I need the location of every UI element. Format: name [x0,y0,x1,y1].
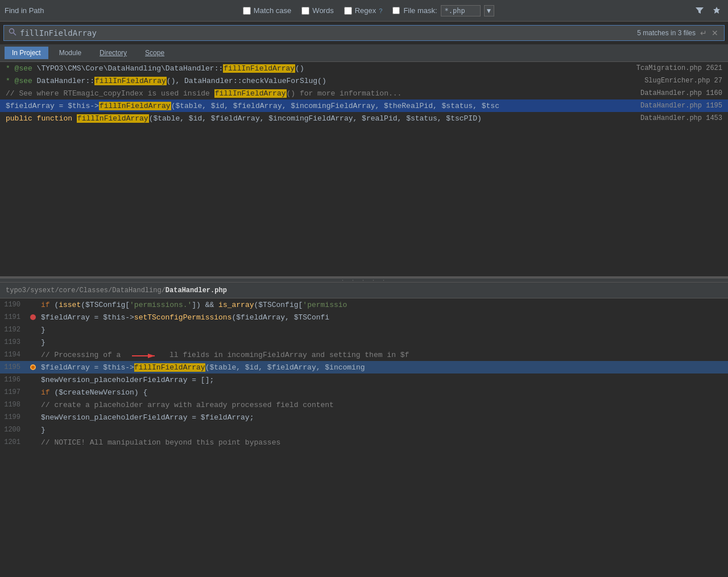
code-line-1200: 1200 } [0,424,728,436]
line-number: 1190 [0,301,27,309]
search-icon [9,28,16,38]
line-number: 1196 [0,376,27,384]
line-code: // Processing of a ll fields in incoming… [39,351,728,359]
line-number: 1200 [0,426,27,434]
search-bar: 5 matches in 3 files ↵ ✕ [3,25,725,41]
result-row-highlighted[interactable]: $fieldArray = $this->fillInFieldArray($t… [0,99,728,112]
regex-option[interactable]: Regex ? [344,6,383,15]
line-number: 1195 [0,363,27,371]
words-option[interactable]: Words [301,6,333,15]
toolbar-options: Match case Words Regex ? File mask: ▼ [53,5,684,16]
line-code: // create a placeholder array with alrea… [39,401,728,409]
code-line-1197: 1197 if ($createNewVersion) { [0,386,728,398]
result-file: DataHandler.php 1453 [597,114,722,122]
regex-help-icon[interactable]: ? [379,7,382,14]
results-area[interactable]: * @see \TYPO3\CMS\Core\DataHandling\Data… [0,62,728,278]
result-text: // See where RTEmagic_copyIndex is used … [6,89,597,98]
tab-in-project[interactable]: In Project [5,47,48,59]
scope-tabs: In Project Module Directory Scope [0,44,728,62]
line-code: $newVersion_placeholderFieldArray = []; [39,376,728,384]
line-number: 1198 [0,401,27,409]
code-line-1196: 1196 $newVersion_placeholderFieldArray =… [0,373,728,386]
code-line-1190: 1190 if (isset($TSConfig['permissions.']… [0,298,728,311]
divider-dots: · · · · · [341,277,387,284]
result-file: DataHandler.php 1195 [597,102,722,110]
code-line-1195: 1195 $fieldArray = $this->fillInFieldArr… [0,361,728,373]
tab-module[interactable]: Module [52,47,89,59]
line-number: 1197 [0,388,27,396]
filter-icon-button[interactable] [693,5,706,16]
code-area[interactable]: 1190 if (isset($TSConfig['permissions.']… [0,298,728,570]
line-code: if ($createNewVersion) { [39,388,728,397]
line-number: 1191 [0,313,27,321]
line-number: 1192 [0,326,27,334]
match-in-code: fillInFieldArray [134,363,205,372]
line-code: $newVersion_placeholderFieldArray = $fie… [39,413,728,422]
result-file: SlugEnricher.php 27 [597,77,722,85]
code-line-1191: 1191 $fieldArray = $this->setTSconfigPer… [0,311,728,323]
result-text: * @see DataHandler::fillInFieldArray(), … [6,77,597,85]
code-line-1194: 1194 // Processing of a ll fi [0,348,728,361]
match-highlight: fillInFieldArray [214,89,287,98]
result-file: DataHandler.php 1160 [597,89,722,97]
result-prefix-see: * @see [6,64,37,73]
find-in-path-toolbar: Find in Path Match case Words Regex ? Fi… [0,0,728,22]
line-code: // NOTICE! All manipulation beyond this … [39,438,728,447]
result-row[interactable]: * @see \TYPO3\CMS\Core\DataHandling\Data… [0,62,728,74]
file-mask-input[interactable] [441,5,481,16]
breadcrumb-path: typo3/sysext/core/Classes/DataHandling/ [6,287,166,294]
match-case-checkbox[interactable] [243,7,251,15]
breadcrumb-file: DataHandler.php [166,287,227,294]
file-mask-section: File mask: ▼ [392,5,494,16]
line-code: } [39,338,728,347]
line-number: 1193 [0,338,27,346]
match-highlight: fillInFieldArray [223,64,295,73]
result-prefix-see2: * @see [6,77,37,85]
resize-divider[interactable]: · · · · · [0,278,728,283]
search-input[interactable] [20,28,634,38]
toolbar-action-icons [693,5,723,16]
code-line-1192: 1192 } [0,323,728,336]
result-text: * @see \TYPO3\CMS\Core\DataHandling\Data… [6,64,597,73]
code-line-1198: 1198 // create a placeholder array with … [0,398,728,411]
result-row[interactable]: public function fillInFieldArray($table,… [0,112,728,124]
svg-point-0 [10,29,14,34]
code-line-1201: 1201 // NOTICE! All manipulation beyond … [0,436,728,449]
line-number: 1199 [0,413,27,421]
line-code: } [39,426,728,434]
file-mask-label: File mask: [403,6,437,15]
regex-checkbox[interactable] [344,7,352,15]
tab-directory[interactable]: Directory [92,47,134,59]
scope-tab-label: Scope [145,49,164,57]
svg-line-1 [14,33,16,36]
result-text: $fieldArray = $this->fillInFieldArray($t… [6,102,597,110]
search-action-icons: ↵ ✕ [699,28,719,38]
match-case-option[interactable]: Match case [243,6,291,15]
search-enter-button[interactable]: ↵ [699,28,708,38]
line-gutter [27,364,39,370]
file-mask-dropdown-button[interactable]: ▼ [484,5,494,16]
line-code: $fieldArray = $this->setTSconfigPermissi… [39,313,728,322]
search-clear-button[interactable]: ✕ [710,28,719,38]
tab-scope[interactable]: Scope [138,47,172,59]
search-results-summary: 5 matches in 3 files [637,29,696,37]
result-row[interactable]: // See where RTEmagic_copyIndex is used … [0,87,728,99]
file-breadcrumb: typo3/sysext/core/Classes/DataHandling/D… [0,283,728,298]
directory-tab-label: Directory [100,49,127,57]
toolbar-title: Find in Path [5,6,44,15]
line-number: 1194 [0,351,27,359]
line-number: 1201 [0,438,27,446]
pin-icon-button[interactable] [710,5,723,16]
code-line-1193: 1193 } [0,336,728,348]
words-label: Words [312,6,333,15]
match-highlight: fillInFieldArray [99,102,171,110]
line-code: $fieldArray = $this->fillInFieldArray($t… [39,363,728,372]
active-breakpoint [30,364,36,370]
words-checkbox[interactable] [301,7,309,15]
code-line-1199: 1199 $newVersion_placeholderFieldArray =… [0,411,728,424]
result-row[interactable]: * @see DataHandler::fillInFieldArray(), … [0,74,728,87]
line-code: if (isset($TSConfig['permissions.']) && … [39,301,728,309]
line-code: } [39,326,728,334]
file-mask-checkbox[interactable] [392,7,400,14]
result-file: TcaMigration.php 2621 [597,64,722,72]
